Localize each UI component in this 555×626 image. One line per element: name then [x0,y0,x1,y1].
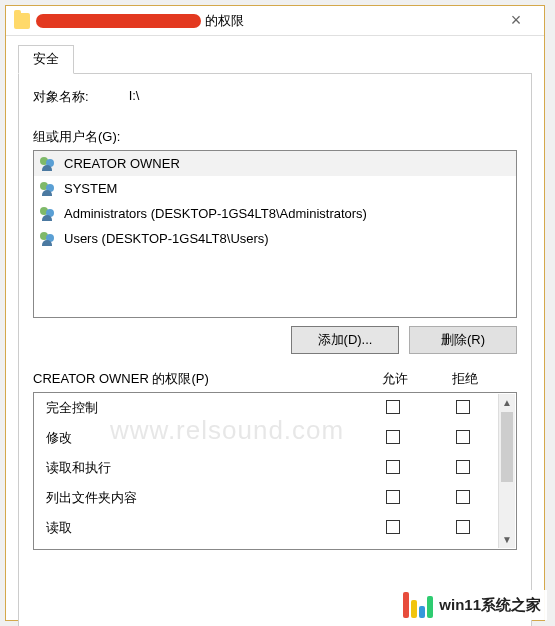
scroll-down-icon[interactable]: ▼ [499,531,515,548]
permission-name: 修改 [34,429,358,447]
title-bar: 的权限 × [6,6,544,36]
permissions-title: CREATOR OWNER 的权限(P) [33,370,360,388]
allow-checkbox[interactable] [386,490,400,504]
scroll-up-icon[interactable]: ▲ [499,394,515,411]
allow-checkbox[interactable] [386,400,400,414]
brand-badge: win11系统之家 [397,590,547,620]
permission-row: 读取和执行 [34,453,498,483]
allow-checkbox[interactable] [386,460,400,474]
scrollbar[interactable]: ▲ ▼ [498,394,515,548]
permissions-body: 完全控制修改读取和执行列出文件夹内容读取 [34,393,498,549]
users-icon [40,157,58,171]
deny-checkbox[interactable] [456,490,470,504]
user-row[interactable]: SYSTEM [34,176,516,201]
permission-name: 读取 [34,519,358,537]
user-name: Administrators (DESKTOP-1GS4LT8\Administ… [64,206,367,221]
allow-checkbox[interactable] [386,430,400,444]
permission-row: 列出文件夹内容 [34,483,498,513]
user-name: CREATOR OWNER [64,156,180,171]
user-list[interactable]: CREATOR OWNERSYSTEMAdministrators (DESKT… [33,150,517,318]
permissions-header: CREATOR OWNER 的权限(P) 允许 拒绝 [33,370,517,388]
deny-checkbox[interactable] [456,460,470,474]
permission-row: 完全控制 [34,393,498,423]
tab-strip: 安全 [18,44,532,74]
deny-checkbox[interactable] [456,400,470,414]
permissions-list: 完全控制修改读取和执行列出文件夹内容读取 ▲ ▼ [33,392,517,550]
user-row[interactable]: Users (DESKTOP-1GS4LT8\Users) [34,226,516,251]
close-button[interactable]: × [496,7,536,35]
tab-panel-security: 对象名称: I:\ 组或用户名(G): CREATOR OWNERSYSTEMA… [18,74,532,626]
column-allow: 允许 [360,370,430,388]
scroll-thumb[interactable] [501,412,513,482]
permission-row: 读取 [34,513,498,543]
users-icon [40,232,58,246]
user-name: Users (DESKTOP-1GS4LT8\Users) [64,231,269,246]
object-name-value: I:\ [129,88,140,106]
remove-button[interactable]: 删除(R) [409,326,517,354]
redacted-title [36,14,201,28]
title-suffix: 的权限 [205,12,244,30]
permissions-dialog: 的权限 × 安全 对象名称: I:\ 组或用户名(G): CREATOR OWN… [5,5,545,621]
column-deny: 拒绝 [430,370,500,388]
object-name-label: 对象名称: [33,88,89,106]
add-button[interactable]: 添加(D)... [291,326,399,354]
dialog-content: 安全 对象名称: I:\ 组或用户名(G): CREATOR OWNERSYST… [6,36,544,626]
deny-checkbox[interactable] [456,430,470,444]
deny-checkbox[interactable] [456,520,470,534]
user-name: SYSTEM [64,181,117,196]
tab-security[interactable]: 安全 [18,45,74,74]
user-row[interactable]: CREATOR OWNER [34,151,516,176]
close-icon: × [511,10,522,31]
user-row[interactable]: Administrators (DESKTOP-1GS4LT8\Administ… [34,201,516,226]
brand-logo-icon [403,592,433,618]
allow-checkbox[interactable] [386,520,400,534]
users-icon [40,182,58,196]
group-users-label: 组或用户名(G): [33,128,517,146]
object-row: 对象名称: I:\ [33,88,517,106]
permission-name: 读取和执行 [34,459,358,477]
folder-icon [14,13,30,29]
permission-name: 列出文件夹内容 [34,489,358,507]
permission-name: 完全控制 [34,399,358,417]
user-buttons: 添加(D)... 删除(R) [33,326,517,354]
users-icon [40,207,58,221]
permission-row: 修改 [34,423,498,453]
brand-text: win11系统之家 [439,596,541,615]
